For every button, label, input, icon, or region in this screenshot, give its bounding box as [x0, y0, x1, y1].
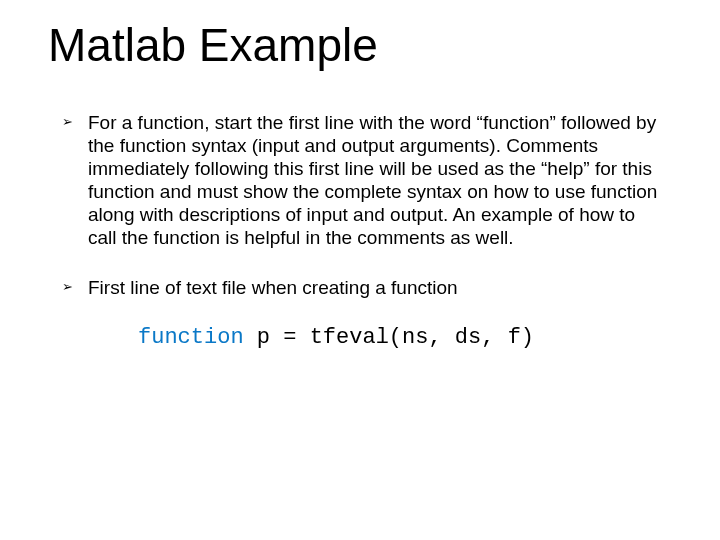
code-keyword: function	[138, 325, 244, 350]
bullet-text: First line of text file when creating a …	[88, 277, 458, 298]
list-item: ➢ For a function, start the first line w…	[62, 111, 668, 250]
chevron-right-icon: ➢	[62, 114, 73, 130]
slide: Matlab Example ➢ For a function, start t…	[0, 0, 720, 540]
bullet-list: ➢ For a function, start the first line w…	[48, 111, 672, 299]
chevron-right-icon: ➢	[62, 279, 73, 295]
bullet-text: For a function, start the first line wit…	[88, 112, 657, 249]
code-example: function p = tfeval(ns, ds, f)	[48, 325, 672, 350]
code-rest: p = tfeval(ns, ds, f)	[244, 325, 534, 350]
slide-title: Matlab Example	[48, 20, 672, 71]
list-item: ➢ First line of text file when creating …	[62, 276, 668, 299]
